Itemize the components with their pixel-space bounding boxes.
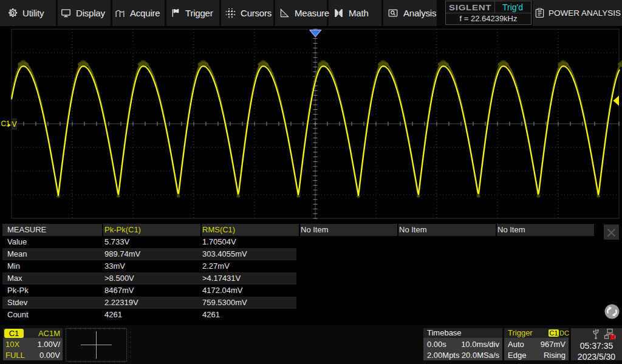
svg-text:V: V bbox=[12, 120, 17, 129]
